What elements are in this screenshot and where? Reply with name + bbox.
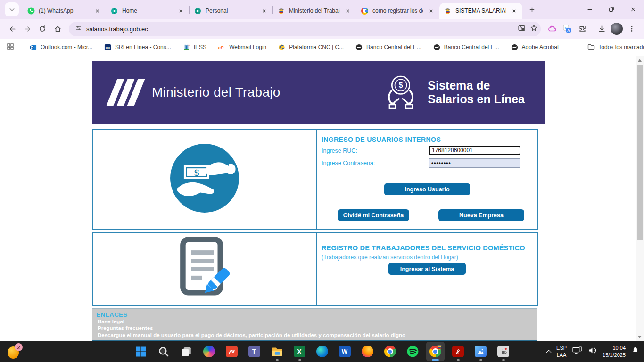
- profile-avatar[interactable]: [609, 21, 624, 36]
- search-button[interactable]: [155, 342, 173, 361]
- picture-in-picture-icon[interactable]: [518, 24, 526, 34]
- ecuador-crest-icon: [277, 7, 285, 15]
- tab-ministerio[interactable]: Ministerio del Trabajo: [273, 3, 356, 19]
- extensions-puzzle-icon[interactable]: [575, 21, 590, 36]
- tab-personal[interactable]: Personal: [190, 3, 272, 19]
- chrome-icon: [429, 346, 441, 357]
- bookmark-webmail[interactable]: cP Webmail Login: [218, 43, 266, 51]
- browser-toolbar: salarios.trabajo.gob.ec GA: [0, 19, 644, 39]
- forward-button[interactable]: [20, 21, 35, 36]
- tab-whatsapp[interactable]: (1) WhatsApp: [23, 3, 106, 19]
- tab-close-icon[interactable]: [510, 7, 518, 15]
- tab-google-search[interactable]: como registrar los de: [356, 3, 439, 19]
- scroll-up-arrow-icon[interactable]: [638, 59, 642, 62]
- tab-close-icon[interactable]: [427, 7, 435, 15]
- tab-close-icon[interactable]: [344, 7, 352, 15]
- all-bookmarks-label: Todos los marcadores: [598, 44, 644, 50]
- ruc-label: Ingrese RUC:: [322, 148, 357, 154]
- cnc-icon: [278, 43, 286, 51]
- cpanel-icon: cP: [218, 43, 226, 51]
- bookmark-sri[interactable]: SRI SRI en Línea - Cons...: [104, 43, 171, 51]
- tab-home[interactable]: Home: [106, 3, 189, 19]
- downloads-icon[interactable]: [594, 21, 609, 36]
- back-button[interactable]: [5, 21, 20, 36]
- word-button[interactable]: W: [336, 342, 354, 361]
- restore-button[interactable]: [601, 0, 622, 19]
- copilot-icon: [203, 346, 215, 357]
- scroll-down-arrow-icon[interactable]: [638, 336, 642, 338]
- tab-close-icon[interactable]: [260, 7, 268, 15]
- registry-title: REGISTRO DE TRABAJADORES DEL SERVICIO DO…: [322, 244, 525, 252]
- system-title: Sistema deSalarios en Línea: [428, 79, 525, 107]
- clock[interactable]: 10:0415/1/2025: [603, 345, 626, 359]
- bookmark-iess[interactable]: IESS: [182, 43, 206, 51]
- bookmark-outlook[interactable]: Outlook.com - Micr...: [29, 43, 92, 51]
- task-view-button[interactable]: [177, 342, 196, 361]
- link-manual-usuario[interactable]: Descargue el manual de usuario para el p…: [98, 332, 533, 338]
- edge-button[interactable]: [313, 342, 331, 361]
- bookmark-banco-central-2[interactable]: Banco Central del E...: [433, 43, 499, 51]
- teams-button[interactable]: T: [245, 342, 264, 361]
- google-icon: [361, 7, 369, 15]
- weather-extension-icon[interactable]: [545, 21, 560, 36]
- photos-button[interactable]: [471, 342, 490, 361]
- new-company-button[interactable]: Nueva Empresa: [438, 209, 524, 221]
- cast-display-icon[interactable]: [572, 346, 582, 356]
- login-panel: $ INGRESO DE USUARIOS INTERNOS Ingrese R…: [92, 129, 538, 230]
- copilot-button[interactable]: [200, 342, 218, 361]
- menu-kebab-icon[interactable]: [624, 21, 639, 36]
- acrobat-button[interactable]: [449, 342, 467, 361]
- tab-sistema-salarial[interactable]: SISTEMA SALARIAL M: [439, 3, 522, 19]
- volume-icon[interactable]: [588, 346, 597, 356]
- ruc-input[interactable]: [429, 146, 520, 155]
- new-tab-button[interactable]: [525, 3, 538, 16]
- link-preguntas-frecuentes[interactable]: Preguntas frecuentes: [98, 325, 533, 331]
- address-bar[interactable]: salarios.trabajo.gob.ec: [69, 22, 541, 36]
- password-label: Ingrese Contraseña:: [322, 160, 375, 166]
- bookmarks-bar: Outlook.com - Micr... SRI SRI en Línea -…: [0, 39, 644, 56]
- chrome-button[interactable]: [381, 342, 399, 361]
- home-app-icon: [110, 7, 118, 15]
- apps-grid-icon[interactable]: [7, 43, 14, 52]
- tray-chevron-up-icon[interactable]: [546, 350, 551, 355]
- firefox-button[interactable]: [358, 342, 377, 361]
- spotify-button[interactable]: [404, 342, 422, 361]
- notification-bell-icon[interactable]: [631, 346, 639, 356]
- links-section: ENLACES Base legal Preguntas frecuentes …: [92, 308, 537, 342]
- enter-system-button[interactable]: Ingresar al Sistema: [388, 263, 466, 275]
- pdf-app-button[interactable]: [223, 342, 241, 361]
- site-settings-icon[interactable]: [75, 25, 82, 33]
- link-base-legal[interactable]: Base legal: [98, 318, 533, 325]
- language-indicator[interactable]: ESPLAA: [556, 345, 567, 358]
- excel-button[interactable]: X: [290, 342, 309, 361]
- bookmark-adobe-acrobat[interactable]: Adobe Acrobat: [511, 43, 559, 51]
- minimize-button[interactable]: [579, 0, 601, 19]
- globe-icon: [355, 43, 363, 51]
- home-button[interactable]: [50, 21, 65, 36]
- widgets-button[interactable]: 2: [8, 345, 22, 359]
- svg-text:$: $: [399, 81, 403, 89]
- tab-close-icon[interactable]: [177, 7, 185, 15]
- page-scrollbar[interactable]: [636, 56, 644, 341]
- login-button[interactable]: Ingreso Usuario: [384, 183, 470, 195]
- translate-icon[interactable]: GA: [560, 21, 575, 36]
- file-explorer-button[interactable]: [268, 342, 286, 361]
- bookmark-star-icon[interactable]: [530, 24, 538, 34]
- start-button[interactable]: [132, 342, 150, 361]
- bookmark-banco-central-1[interactable]: Banco Central del E...: [355, 43, 421, 51]
- all-bookmarks-button[interactable]: Todos los marcadores: [570, 43, 644, 51]
- iess-icon: [182, 43, 190, 51]
- bookmark-cnc[interactable]: Plataforma CNC | C...: [278, 43, 344, 51]
- tab-search-button[interactable]: [5, 2, 19, 16]
- tab-close-icon[interactable]: [93, 7, 101, 15]
- chrome-active-window-button[interactable]: [426, 342, 445, 361]
- forgot-password-button[interactable]: Olvidé mi Contraseña: [338, 209, 409, 221]
- scrollbar-thumb[interactable]: [637, 65, 643, 240]
- url-text[interactable]: salarios.trabajo.gob.ec: [86, 25, 513, 33]
- acrobat-icon: [452, 346, 464, 357]
- password-input[interactable]: [429, 158, 520, 168]
- java-installer-button[interactable]: [494, 342, 512, 361]
- close-window-button[interactable]: [622, 0, 644, 19]
- reload-button[interactable]: [35, 21, 50, 36]
- firefox-icon: [362, 346, 373, 357]
